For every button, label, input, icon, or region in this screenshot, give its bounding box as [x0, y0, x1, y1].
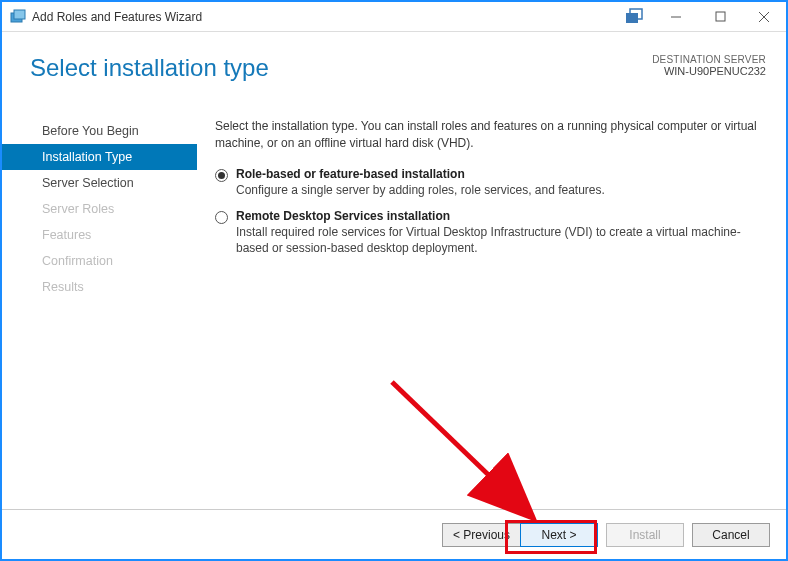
maximize-button[interactable]	[698, 3, 742, 31]
window-title: Add Roles and Features Wizard	[32, 10, 202, 24]
option-text: Remote Desktop Services installation Ins…	[236, 209, 764, 258]
option-role-based[interactable]: Role-based or feature-based installation…	[215, 167, 764, 199]
svg-rect-1	[14, 10, 25, 19]
nav-server-selection[interactable]: Server Selection	[2, 170, 197, 196]
close-button[interactable]	[742, 3, 786, 31]
nav-confirmation: Confirmation	[2, 248, 197, 274]
footer-bar: < Previous Next > Install Cancel	[2, 509, 786, 559]
option-desc: Install required role services for Virtu…	[236, 224, 764, 258]
destination-server: DESTINATION SERVER WIN-U90PENUC232	[652, 54, 766, 77]
titlebar: Add Roles and Features Wizard	[2, 2, 786, 32]
cancel-button[interactable]: Cancel	[692, 523, 770, 547]
radio-rds[interactable]	[215, 211, 228, 224]
minimize-button[interactable]	[654, 3, 698, 31]
install-button: Install	[606, 523, 684, 547]
wizard-window: Add Roles and Features Wizard	[0, 0, 788, 561]
header-row: Select installation type DESTINATION SER…	[2, 32, 786, 112]
body-row: Before You Begin Installation Type Serve…	[2, 118, 786, 509]
previous-button[interactable]: < Previous	[442, 523, 520, 547]
content-area: Select installation type DESTINATION SER…	[2, 32, 786, 509]
nav-features: Features	[2, 222, 197, 248]
intro-text: Select the installation type. You can in…	[215, 118, 764, 153]
restore-group-icon[interactable]	[620, 6, 650, 28]
nav-results: Results	[2, 274, 197, 300]
destination-label: DESTINATION SERVER	[652, 54, 766, 65]
option-title: Role-based or feature-based installation	[236, 167, 764, 181]
option-title: Remote Desktop Services installation	[236, 209, 764, 223]
main-panel: Select the installation type. You can in…	[197, 118, 786, 509]
wizard-nav: Before You Begin Installation Type Serve…	[2, 118, 197, 509]
svg-rect-5	[716, 12, 725, 21]
nav-before-you-begin[interactable]: Before You Begin	[2, 118, 197, 144]
nav-server-roles: Server Roles	[2, 196, 197, 222]
destination-value: WIN-U90PENUC232	[652, 65, 766, 77]
radio-role-based[interactable]	[215, 169, 228, 182]
option-rds[interactable]: Remote Desktop Services installation Ins…	[215, 209, 764, 258]
next-button[interactable]: Next >	[520, 523, 598, 547]
prev-next-pair: < Previous Next >	[442, 523, 598, 547]
option-text: Role-based or feature-based installation…	[236, 167, 764, 199]
app-icon	[10, 9, 26, 25]
window-controls	[620, 3, 786, 31]
page-title: Select installation type	[30, 54, 269, 82]
svg-rect-3	[626, 13, 638, 23]
nav-installation-type[interactable]: Installation Type	[2, 144, 197, 170]
option-desc: Configure a single server by adding role…	[236, 182, 764, 199]
